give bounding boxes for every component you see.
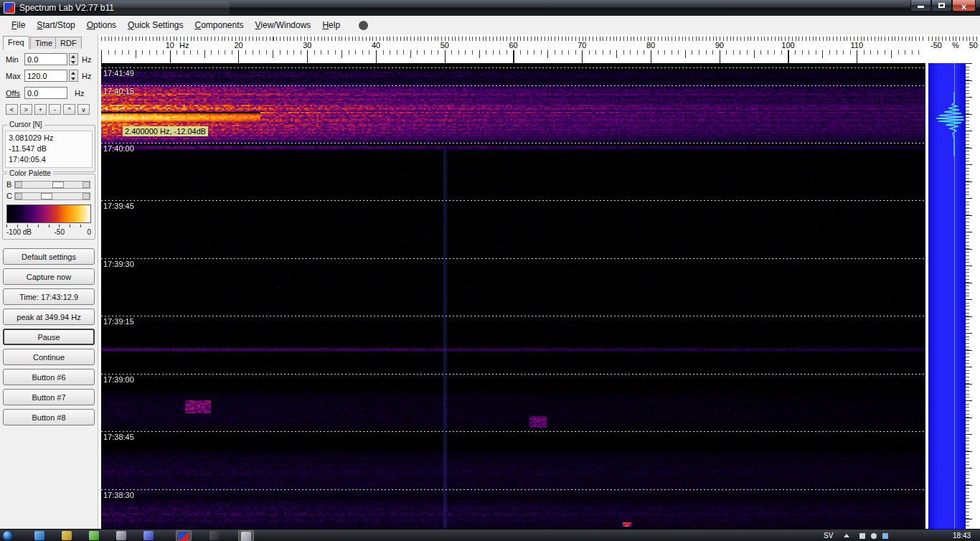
freq-tick-label: 30 xyxy=(303,41,311,50)
status-blob-icon xyxy=(359,21,368,30)
menu-help[interactable]: Help xyxy=(316,17,346,33)
menu-start-stop[interactable]: Start/Stop xyxy=(31,17,80,33)
brightness-slider-label: B xyxy=(6,180,11,189)
peak-frequency-button[interactable]: peak at 349.94 Hz xyxy=(3,309,95,325)
taskbar-active-app-frame[interactable] xyxy=(176,530,192,541)
close-icon: × xyxy=(961,2,966,12)
menu-quick-settings[interactable]: Quick Settings xyxy=(122,17,189,33)
time-label: 17:40:15 xyxy=(103,87,134,95)
spinner-up-icon[interactable] xyxy=(71,55,75,58)
palette-scale-max: 0 xyxy=(87,228,91,236)
contrast-slider-label: C xyxy=(6,192,12,200)
tab-time[interactable]: Time xyxy=(30,37,57,49)
tray-volume-icon[interactable] xyxy=(871,533,877,539)
spectrogram-waterfall[interactable]: 17:41:49 17:40:15 17:40:00 17:39:45 17:3… xyxy=(101,63,925,529)
zoom-out-button[interactable]: - xyxy=(49,104,61,115)
menu-components[interactable]: Components xyxy=(189,17,250,33)
zoom-in-button[interactable]: + xyxy=(34,104,47,115)
slider-left-arrow-icon[interactable] xyxy=(15,193,22,199)
taskbar-active-app-frame[interactable] xyxy=(238,530,254,541)
max-freq-label: Max xyxy=(6,72,24,80)
cursor-time: 17:40:05.4 xyxy=(9,154,89,165)
spinner-down-icon[interactable] xyxy=(71,77,75,80)
frequency-ruler[interactable]: 10 Hz 20 30 40 50 60 70 80 90 100 110 -5… xyxy=(98,34,980,63)
menu-file[interactable]: File xyxy=(6,17,31,33)
freq-unit-label: Hz xyxy=(179,41,189,50)
spinner-down-icon[interactable] xyxy=(71,61,75,64)
shift-down-button[interactable]: v xyxy=(77,104,90,115)
minimize-button[interactable] xyxy=(910,0,931,11)
palette-scale-labels: -100 dB -50 0 xyxy=(6,228,91,236)
taskbar-app-6-icon[interactable] xyxy=(241,532,251,541)
close-button[interactable]: × xyxy=(952,0,976,11)
max-freq-spinner[interactable] xyxy=(69,70,78,82)
scope-scale-min: -50 xyxy=(930,41,942,50)
time-label: 17:39:30 xyxy=(103,260,134,268)
menu-options[interactable]: Options xyxy=(81,17,122,33)
menu-view-windows[interactable]: View/Windows xyxy=(250,17,317,33)
freq-tick-label: 10 xyxy=(166,41,174,50)
amplitude-scope-strip[interactable] xyxy=(928,63,966,529)
color-palette-gradient xyxy=(6,204,91,223)
contrast-slider[interactable] xyxy=(14,192,90,200)
scroll-right-button[interactable]: > xyxy=(20,104,32,115)
palette-scale-ticks xyxy=(6,225,91,227)
slider-right-arrow-icon[interactable] xyxy=(83,193,90,199)
taskbar-app-2-icon[interactable] xyxy=(89,531,99,540)
default-settings-button[interactable]: Default settings xyxy=(3,248,95,265)
capture-now-button[interactable]: Capture now xyxy=(3,268,95,285)
freq-tick-label: 100 xyxy=(781,41,794,50)
scope-waveform-icon xyxy=(928,63,966,529)
waterfall-canvas[interactable] xyxy=(101,63,925,529)
offset-label[interactable]: Offs xyxy=(6,89,24,98)
tray-update-icon[interactable] xyxy=(882,533,888,539)
desktop: Spectrum Lab V2.77 b11 × File Start/Stop… xyxy=(0,0,980,541)
button-7[interactable]: Button #7 xyxy=(3,389,95,405)
pause-button[interactable]: Pause xyxy=(3,329,95,345)
taskbar-app-4-icon[interactable] xyxy=(143,531,154,540)
tab-freq[interactable]: Freq xyxy=(3,36,29,50)
maximize-button[interactable] xyxy=(931,0,952,11)
start-button[interactable] xyxy=(2,530,13,541)
time-gridline xyxy=(101,316,925,316)
max-freq-input[interactable] xyxy=(24,70,67,82)
window-titlebar[interactable]: Spectrum Lab V2.77 b11 × xyxy=(0,0,980,16)
freq-tick-label: 70 xyxy=(578,41,586,50)
tray-expand-icon[interactable] xyxy=(844,534,849,537)
cursor-tooltip: 2.400000 Hz, -12.04dB xyxy=(123,126,208,136)
clock[interactable]: 18:43 xyxy=(953,532,971,540)
scroll-left-button[interactable]: < xyxy=(6,104,18,115)
time-gridline xyxy=(101,143,925,144)
cursor-readout-panel: 3.081029 Hz -11.547 dB 17:40:05.4 xyxy=(5,131,93,168)
offset-input[interactable] xyxy=(24,87,67,99)
button-6[interactable]: Button #6 xyxy=(3,369,95,385)
min-freq-input[interactable] xyxy=(24,53,67,65)
tab-rdf[interactable]: RDF xyxy=(55,37,82,49)
freq-tick-label: 50 xyxy=(440,41,449,50)
min-freq-spinner[interactable] xyxy=(69,53,78,65)
button-8[interactable]: Button #8 xyxy=(3,409,95,425)
taskbar-app-5-icon[interactable] xyxy=(209,531,220,540)
slider-right-arrow-icon[interactable] xyxy=(83,182,90,188)
brightness-slider-thumb[interactable] xyxy=(52,182,64,188)
taskbar-app-3-icon[interactable] xyxy=(116,531,126,540)
freq-tick-label: 110 xyxy=(850,41,863,50)
contrast-slider-thumb[interactable] xyxy=(41,193,52,199)
shift-up-button[interactable]: ^ xyxy=(63,104,75,115)
control-sidebar: Freq Time RDF Min Hz Max Hz Offs Hz < > … xyxy=(0,34,98,529)
language-indicator[interactable]: SV xyxy=(824,532,833,540)
taskbar-folder-icon[interactable] xyxy=(62,531,72,540)
current-time-button[interactable]: Time: 17:43:12.9 xyxy=(3,288,95,305)
spinner-up-icon[interactable] xyxy=(71,72,75,75)
time-label: 17:39:00 xyxy=(103,375,134,384)
continue-button[interactable]: Continue xyxy=(3,349,95,365)
taskbar-spectrum-lab-icon[interactable] xyxy=(179,532,189,541)
freq-tick-label: 80 xyxy=(646,41,655,50)
brightness-slider[interactable] xyxy=(14,181,90,189)
time-gridline xyxy=(101,258,925,259)
slider-left-arrow-icon[interactable] xyxy=(15,182,22,188)
taskbar-app-1-icon[interactable] xyxy=(34,531,44,540)
palette-scale-mid: -50 xyxy=(55,228,65,236)
tray-network-icon[interactable] xyxy=(859,533,865,539)
ruler-major-ticks xyxy=(101,50,925,63)
